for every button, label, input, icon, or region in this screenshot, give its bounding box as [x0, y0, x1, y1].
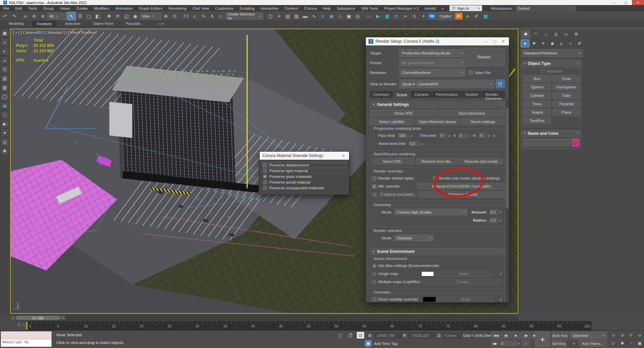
toggle-scene-explorer-icon[interactable]: ▤ [284, 12, 292, 20]
next-frame-button[interactable]: ||▶ [521, 332, 531, 339]
dialog-maximize-button[interactable]: ▢ [493, 39, 496, 44]
shapes-icon[interactable]: ❖ [530, 40, 538, 47]
maxscript-listener-field[interactable]: MAXScript Mi [1, 339, 51, 347]
create-selection-set-field[interactable]: Create Selection Se [225, 13, 263, 20]
corona-image-editor-icon[interactable]: ▦ [383, 12, 391, 20]
viewport-label-segment[interactable]: [ Default Shading ] [66, 31, 97, 35]
menu-item[interactable]: Edit [12, 6, 25, 10]
menu-item[interactable]: Substance [334, 6, 358, 10]
primitive-button[interactable]: Cone [553, 75, 580, 82]
time-limit-s-spinner[interactable]: 0▴▾ [478, 132, 491, 139]
field-of-view-icon[interactable]: ▷ [610, 340, 617, 347]
preserve-option-row[interactable]: Preserve unsupported materials [263, 185, 346, 191]
left-tool-list-icon[interactable]: ☰ [1, 66, 8, 73]
left-tool-sphere-icon[interactable]: ● [1, 39, 8, 46]
left-tool-box-icon[interactable]: ◻ [1, 111, 8, 118]
zoom-search-icon[interactable]: ⌖ [401, 12, 410, 20]
dialog-close-button[interactable]: ✕ [502, 39, 505, 44]
time-slider-handle[interactable]: 0 / 100 [16, 316, 60, 320]
scene-environment-rollout[interactable]: ▼ Scene Environment ∷ [370, 248, 505, 255]
rendered-frame-window-icon[interactable]: ▣ [345, 12, 353, 20]
maximize-button[interactable]: ▢ [620, 0, 632, 5]
auto-key-button[interactable]: Auto Key [552, 332, 568, 339]
preserve-checkbox[interactable] [263, 163, 267, 167]
left-tool-play-icon[interactable]: ▶ [1, 120, 8, 127]
hierarchy-tab-icon[interactable]: ⌂ [541, 30, 551, 38]
map-enable-check-icon[interactable]: ✔ [500, 272, 503, 276]
create-key-button[interactable]: + [535, 332, 550, 347]
save-file-checkbox[interactable] [469, 70, 473, 75]
left-tool-circle-icon[interactable]: ◯ [1, 93, 8, 100]
sini-ignite-icon[interactable]: ✦ [419, 12, 428, 20]
render-setup-tab[interactable]: System [462, 91, 481, 98]
corona-interactive-icon[interactable]: ▶ [374, 12, 382, 20]
undo-icon[interactable]: ↶ [1, 12, 9, 20]
close-button[interactable]: ✕ [632, 0, 644, 5]
rectangular-selection-region-icon[interactable]: ▢ [85, 12, 93, 20]
lights-icon[interactable]: ☀ [539, 40, 547, 47]
time-limit-m-spinner[interactable]: 0▴▾ [458, 132, 470, 139]
render-setup-tab[interactable]: Performance [432, 91, 461, 98]
sign-in-dropdown[interactable]: Sign In ▾ [449, 5, 482, 11]
create-tab-icon[interactable]: ✚ [521, 30, 530, 38]
time-slider-track[interactable]: < 0 / 100 > [10, 315, 518, 320]
selection-lock-icon[interactable] [347, 332, 354, 339]
denoise-radius-spinner[interactable]: 1,0▴▾ [489, 217, 503, 223]
go-to-start-button[interactable]: |◀◀ [491, 332, 501, 339]
set-key-button[interactable]: Set Key [552, 340, 566, 347]
add-time-tag[interactable]: ▣ Add Time Tag [365, 340, 397, 347]
menu-item[interactable]: Rendering [166, 6, 189, 10]
objects-excluded-button[interactable]: 0 objects excluded... [379, 192, 417, 197]
trackbar-toggle-icons[interactable]: ☰∿ [17, 323, 25, 327]
track-bar-ruler[interactable]: 0510152025303540455055606570758085909510… [26, 321, 591, 330]
menu-item[interactable]: Corona [301, 6, 320, 10]
reset-settings-button[interactable]: Reset settings [461, 118, 505, 125]
env-3dsmax-radio[interactable]: ● [372, 264, 377, 268]
toggle-layer-explorer-icon[interactable]: ▥ [292, 12, 301, 20]
utilities-tab-icon[interactable]: ⚙ [571, 30, 581, 38]
key-step-icons[interactable]: ◀▶ [491, 340, 499, 347]
primitive-button[interactable]: Sphere [523, 84, 551, 90]
geometry-icon[interactable]: ● [521, 40, 529, 47]
preserve-checkbox[interactable] [263, 186, 267, 190]
bind-to-space-warp-icon[interactable]: ≋ [39, 12, 47, 20]
selection-set-mode-dropdown[interactable]: Selected [570, 332, 607, 339]
select-and-place-icon[interactable]: ◉ [131, 12, 139, 20]
primitive-button[interactable]: Plane [553, 109, 580, 116]
single-map-button[interactable]: None [436, 271, 492, 277]
select-and-manipulate-icon[interactable]: ⊙ [170, 12, 179, 20]
x-coordinate-field[interactable]: -18596,768 [374, 333, 401, 339]
render-only-masks-checkbox[interactable] [433, 176, 437, 181]
start-interactive-button[interactable]: Start interactive [438, 110, 505, 116]
viewport-label-segment[interactable]: [ Camera002 ] [21, 31, 45, 35]
menu-item[interactable]: Content [282, 6, 301, 10]
primitive-button[interactable]: Cylinder [523, 92, 551, 99]
time-limit-h-spinner[interactable]: 0▴▾ [439, 132, 451, 139]
snaps-toggle-icon[interactable]: 2.5 [182, 12, 190, 20]
view-to-render-dropdown[interactable]: Quad 4 - Camera002 [399, 80, 494, 88]
material-override-button[interactable]: Material #2142149168 ( CoronaMtl ) [417, 183, 507, 189]
open-material-library-button[interactable]: Open Material Library [416, 118, 460, 125]
show-vfb-button[interactable]: Show VFB [370, 110, 437, 116]
name-and-color-rollout-header[interactable]: ▼ Name and Color ∷ [521, 130, 581, 137]
left-tool-teal-sphere-icon[interactable]: ◉ [1, 102, 8, 109]
env-lightmix-radio[interactable] [372, 280, 377, 284]
use-pivot-point-center-icon[interactable]: ⊕ [162, 12, 170, 20]
orbit-icon[interactable]: ◔ [628, 340, 635, 347]
zoom-extents-icon[interactable]: ⟳ [628, 332, 635, 339]
map-enable-check-icon[interactable]: ✔ [500, 297, 503, 302]
maxscript-macro-field[interactable] [1, 332, 51, 339]
single-map-color-swatch[interactable] [421, 271, 434, 276]
general-settings-rollout[interactable]: ▼ General Settings ∷ [370, 101, 505, 108]
preserve-option-row[interactable]: Preserve light material [263, 168, 346, 173]
ribbon-tab[interactable]: Populate [122, 21, 144, 27]
ribbon-tab[interactable]: Object Paint [89, 21, 117, 27]
walk-through-icon[interactable]: ✱ [619, 340, 626, 347]
denoise-mode-dropdown[interactable]: Corona High Quality [394, 209, 467, 215]
workspaces-dropdown[interactable]: Default [515, 6, 576, 11]
menu-item[interactable]: Scripting [237, 6, 258, 10]
override-checkbox[interactable] [372, 297, 377, 302]
object-color-swatch[interactable] [572, 139, 579, 146]
menu-item[interactable]: Project Manager v.3 [381, 6, 422, 10]
angle-snap-icon[interactable]: ∠ [190, 12, 199, 20]
